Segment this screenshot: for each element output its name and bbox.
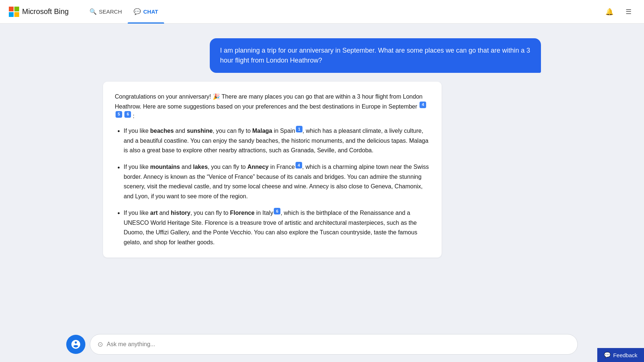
cite-4[interactable]: 4 bbox=[296, 162, 302, 168]
user-message-wrap: I am planning a trip for our anniversary… bbox=[103, 38, 541, 73]
feedback-button[interactable]: 💬 Feedback bbox=[597, 348, 644, 362]
ai-intro: Congratulations on your anniversary! 🎉 T… bbox=[115, 92, 430, 121]
navbar-right: 🔔 ☰ bbox=[603, 5, 635, 18]
input-search-icon: ⊙ bbox=[98, 340, 103, 348]
bold-sunshine: sunshine bbox=[187, 128, 213, 134]
chat-nav-label: CHAT bbox=[143, 8, 158, 15]
brand-name: Microsoft Bing bbox=[22, 7, 69, 16]
bold-florence: Florence bbox=[230, 210, 255, 216]
main-area: I am planning a trip for our anniversary… bbox=[0, 24, 644, 362]
bell-icon: 🔔 bbox=[605, 8, 613, 16]
search-nav-label: SEARCH bbox=[99, 8, 122, 15]
cite-6[interactable]: 6 bbox=[274, 208, 280, 214]
input-bar: ⊙ bbox=[0, 330, 644, 362]
bold-lakes: lakes bbox=[193, 164, 208, 170]
bold-annecy: Annecy bbox=[247, 164, 269, 170]
copilot-button[interactable] bbox=[66, 335, 85, 354]
feedback-label: Feedback bbox=[613, 352, 637, 358]
menu-button[interactable]: ☰ bbox=[622, 5, 635, 18]
navbar: Microsoft Bing 🔍 SEARCH 💬 CHAT 🔔 ☰ bbox=[0, 0, 644, 24]
bold-history: history bbox=[171, 210, 190, 216]
bold-mountains: mountains bbox=[150, 164, 180, 170]
feedback-chat-icon: 💬 bbox=[604, 352, 611, 358]
ai-intro-text: Congratulations on your anniversary! 🎉 T… bbox=[115, 93, 422, 109]
cite-1[interactable]: 1 bbox=[296, 126, 302, 132]
chat-area: I am planning a trip for our anniversary… bbox=[0, 24, 644, 330]
copilot-icon bbox=[71, 339, 81, 349]
list-item: If you like art and history, you can fly… bbox=[124, 208, 430, 247]
search-nav-icon: 🔍 bbox=[89, 8, 97, 15]
user-message: I am planning a trip for our anniversary… bbox=[210, 38, 541, 73]
input-container: ⊙ bbox=[90, 334, 578, 355]
nav-chat[interactable]: 💬 CHAT bbox=[128, 0, 164, 24]
nav-items: 🔍 SEARCH 💬 CHAT bbox=[84, 0, 164, 24]
hamburger-icon: ☰ bbox=[626, 8, 631, 16]
chat-input[interactable] bbox=[107, 341, 570, 348]
notification-button[interactable]: 🔔 bbox=[603, 5, 616, 18]
cite-4-intro[interactable]: 4 bbox=[420, 102, 426, 108]
brand-logo[interactable]: Microsoft Bing bbox=[9, 7, 69, 17]
suggestion-list: If you like beaches and sunshine, you ca… bbox=[115, 126, 430, 247]
cite-6-intro[interactable]: 6 bbox=[124, 111, 131, 118]
chat-nav-icon: 💬 bbox=[134, 8, 141, 15]
bold-malaga: Malaga bbox=[252, 128, 272, 134]
bold-art: art bbox=[150, 210, 158, 216]
list-item: If you like beaches and sunshine, you ca… bbox=[124, 126, 430, 155]
cite-5-intro[interactable]: 5 bbox=[116, 111, 122, 118]
user-message-text: I am planning a trip for our anniversary… bbox=[220, 47, 530, 64]
ai-response: Congratulations on your anniversary! 🎉 T… bbox=[103, 82, 442, 258]
bold-beaches: beaches bbox=[150, 128, 174, 134]
list-item: If you like mountains and lakes, you can… bbox=[124, 162, 430, 201]
nav-search[interactable]: 🔍 SEARCH bbox=[84, 0, 128, 24]
ms-logo-icon bbox=[9, 7, 19, 17]
